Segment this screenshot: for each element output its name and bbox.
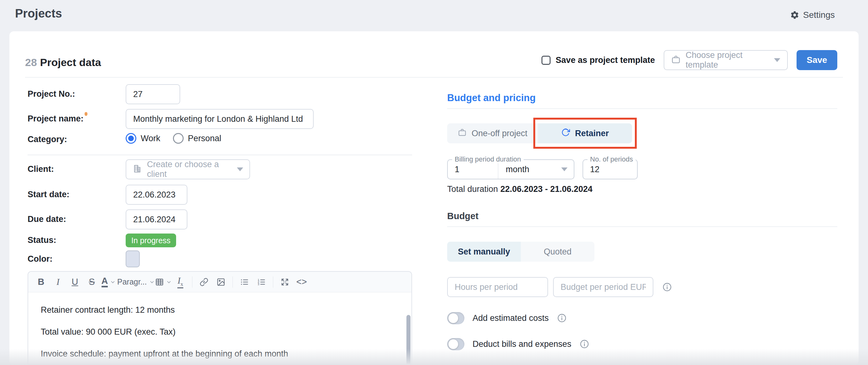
start-date-input[interactable] [126,185,187,205]
toggle-knob [448,339,458,349]
editor-paragraph: Invoice schedule: payment upfront at the… [41,348,399,359]
total-duration-range: 22.06.2023 - 21.06.2024 [500,185,593,194]
retainer-button[interactable]: Retainer [538,123,632,143]
toggle-knob [448,313,458,323]
editor-scrollbar[interactable] [406,315,410,365]
project-name-label: Project name: [28,114,87,124]
status-label: Status: [28,235,56,245]
project-no-input[interactable] [126,84,180,104]
chevron-down-icon [237,167,243,171]
project-data-card: 28Project data Save as project template … [9,31,859,365]
text-color-button[interactable]: A [100,273,117,291]
strikethrough-button[interactable]: S [83,273,100,291]
editor-toolbar: B I U S A Paragr... Ix [28,272,411,292]
billing-period-fieldset: Billing period duration month [447,159,575,179]
category-option-work[interactable]: Work [126,133,160,144]
category-label: Category: [28,135,67,144]
estimated-costs-label: Add estimated costs [472,313,549,323]
deduct-bills-row: Deduct bills and expenses [447,338,589,350]
numbered-list-button[interactable]: 123 [253,273,270,291]
fullscreen-button[interactable] [276,273,293,291]
right-divider [447,226,837,227]
page-title: Projects [15,7,62,20]
bullet-list-icon [240,278,249,287]
briefcase-icon [458,128,467,139]
client-dropdown[interactable]: Create or choose a client [126,159,250,179]
one-off-label: One-off project [472,129,527,138]
retainer-refresh-icon [561,128,570,139]
add-estimated-costs-toggle[interactable] [447,312,464,324]
periods-legend: No. of periods [588,155,636,163]
color-swatch[interactable] [126,251,140,267]
toolbar-separator [192,276,192,288]
bullet-list-button[interactable] [236,273,253,291]
chevron-down-icon [149,279,155,285]
estimated-costs-row: Add estimated costs [447,312,567,324]
set-manually-tab[interactable]: Set manually [447,242,521,262]
right-divider [447,108,837,109]
category-option-personal[interactable]: Personal [173,133,221,144]
card-title-text: Project data [40,56,101,68]
editor-content[interactable]: Retainer contract length: 12 months Tota… [28,292,411,365]
deduct-bills-label: Deduct bills and expenses [472,339,571,349]
quoted-tab[interactable]: Quoted [521,242,594,262]
image-icon [217,278,225,287]
italic-button[interactable]: I [50,273,66,291]
underline-button[interactable]: U [66,273,83,291]
clear-formatting-button[interactable]: Ix [172,273,189,291]
radio-personal-icon[interactable] [173,133,184,144]
billing-unit-value: month [506,165,561,174]
choose-template-placeholder: Choose project template [686,51,769,70]
save-as-template-label: Save as project template [556,56,655,65]
chevron-down-icon [774,58,780,62]
settings-button[interactable]: Settings [790,10,835,20]
info-icon[interactable] [662,282,672,292]
client-placeholder: Create or choose a client [147,160,232,179]
bold-button[interactable]: B [33,273,50,291]
billing-period-legend: Billing period duration [452,155,524,163]
image-button[interactable] [213,273,229,291]
deduct-bills-toggle[interactable] [447,338,464,350]
numbered-list-icon: 123 [257,278,266,287]
info-icon[interactable] [580,339,589,349]
category-work-label: Work [141,134,160,143]
gear-icon [790,10,799,20]
project-no-label: Project No.: [28,89,75,99]
chevron-down-icon [166,279,172,285]
budget-pricing-title: Budget and pricing [447,92,535,104]
due-date-label: Due date: [28,214,66,224]
one-off-project-button[interactable]: One-off project [447,123,538,143]
save-as-template-option[interactable]: Save as project template [541,56,655,65]
status-badge[interactable]: In progress [126,234,176,247]
billing-duration-input[interactable] [448,165,498,174]
due-date-input[interactable] [126,209,187,229]
total-duration: Total duration 22.06.2023 - 21.06.2024 [447,185,593,194]
toolbar-separator [273,276,273,288]
link-button[interactable] [195,273,213,291]
editor-paragraph: Retainer contract length: 12 months [41,304,399,316]
project-name-input[interactable] [126,109,314,129]
table-button[interactable] [155,273,172,291]
project-type-switch: One-off project Retainer [447,123,632,143]
color-label: Color: [28,254,52,264]
info-icon[interactable] [557,313,567,323]
start-date-label: Start date: [28,190,69,199]
retainer-label: Retainer [575,129,609,138]
radio-work-icon[interactable] [126,133,136,144]
periods-fieldset: No. of periods [583,159,638,179]
save-button[interactable]: Save [797,50,837,70]
budget-per-period-input[interactable] [553,277,653,297]
budget-title: Budget [447,211,478,221]
fullscreen-icon [280,278,289,287]
hours-per-period-input[interactable] [447,277,548,297]
svg-text:3: 3 [257,283,259,286]
save-as-template-checkbox[interactable] [541,56,551,65]
billing-unit-dropdown[interactable]: month [498,165,574,174]
required-dot-icon [85,112,87,116]
paragraph-style-dropdown[interactable]: Paragr... [117,273,155,291]
code-view-button[interactable]: <> [293,273,310,291]
description-editor: B I U S A Paragr... Ix [28,271,412,365]
table-icon [155,278,164,287]
editor-paragraph: Total value: 90 000 EUR (exec. Tax) [41,326,399,337]
choose-template-dropdown[interactable]: Choose project template [664,50,788,70]
